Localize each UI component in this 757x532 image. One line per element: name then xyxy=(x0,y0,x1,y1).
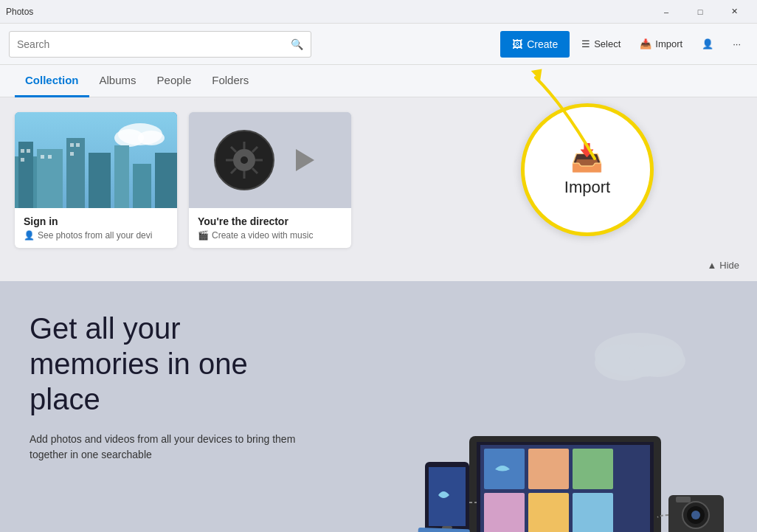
director-card-image xyxy=(189,112,351,208)
director-card-body: You're the director 🎬 Create a video wit… xyxy=(189,208,351,248)
director-card-title: You're the director xyxy=(198,215,342,227)
director-card-subtitle: 🎬 Create a video with music xyxy=(198,230,342,241)
promo-title: Get all your memories in one place xyxy=(30,311,310,417)
svg-point-3 xyxy=(138,131,165,145)
minimize-button[interactable]: – xyxy=(649,0,683,24)
svg-rect-10 xyxy=(133,164,151,208)
close-button[interactable]: ✕ xyxy=(717,0,751,24)
select-button[interactable]: ☰ Select xyxy=(574,31,628,58)
tab-folders[interactable]: Folders xyxy=(201,65,259,97)
app-title: Photos xyxy=(6,7,33,17)
svg-rect-16 xyxy=(48,155,52,159)
svg-rect-19 xyxy=(70,152,74,156)
search-box[interactable]: 🔍 xyxy=(9,31,311,58)
hide-label: Hide xyxy=(719,260,739,271)
svg-point-23 xyxy=(241,156,248,164)
signin-card-title: Sign in xyxy=(24,215,168,227)
tab-people[interactable]: People xyxy=(147,65,202,97)
tab-albums[interactable]: Albums xyxy=(89,65,147,97)
profile-icon: 👤 xyxy=(702,38,713,49)
more-button[interactable]: ··· xyxy=(725,31,748,58)
director-card[interactable]: You're the director 🎬 Create a video wit… xyxy=(189,112,351,248)
import-highlight-circle: 📥 Import xyxy=(521,103,654,236)
promo-section: Get all your memories in one place Add p… xyxy=(0,281,757,532)
create-label: Create xyxy=(527,38,558,50)
signin-card-body: Sign in 👤 See photos from all your devi xyxy=(15,208,177,248)
video-icon: 🎬 xyxy=(198,230,209,241)
hide-row: ▲ Hide xyxy=(15,257,742,274)
maximize-button[interactable]: □ xyxy=(683,0,717,24)
chevron-up-icon: ▲ xyxy=(707,260,716,271)
user-icon: 👤 xyxy=(24,230,35,241)
search-input[interactable] xyxy=(17,38,285,50)
more-icon: ··· xyxy=(733,38,741,49)
svg-rect-44 xyxy=(528,493,569,532)
promo-text: Get all your memories in one place Add p… xyxy=(30,311,310,463)
toolbar-right: 🖼 Create ☰ Select 📥 Import 👤 ··· xyxy=(500,31,748,58)
create-button[interactable]: 🖼 Create xyxy=(500,31,570,58)
svg-point-36 xyxy=(629,345,685,377)
svg-rect-42 xyxy=(573,449,613,489)
nav-tabs: Collection Albums People Folders xyxy=(0,65,757,97)
svg-rect-14 xyxy=(21,158,24,162)
select-icon: ☰ xyxy=(581,38,590,49)
svg-point-54 xyxy=(691,511,700,519)
svg-rect-18 xyxy=(76,143,80,147)
svg-rect-17 xyxy=(70,143,74,147)
svg-rect-55 xyxy=(676,497,691,502)
svg-rect-11 xyxy=(155,153,177,208)
title-bar-left: Photos xyxy=(6,7,33,17)
title-bar-controls: – □ ✕ xyxy=(649,0,751,24)
search-icon: 🔍 xyxy=(291,38,303,50)
promo-illustration xyxy=(381,318,735,532)
signin-card[interactable]: Sign in 👤 See photos from all your devi xyxy=(15,112,177,248)
select-label: Select xyxy=(594,38,621,49)
import-circle-content: 📥 Import xyxy=(564,142,610,197)
signin-card-subtitle: 👤 See photos from all your devi xyxy=(24,230,168,241)
svg-rect-45 xyxy=(573,493,613,532)
import-label: Import xyxy=(655,38,682,49)
promo-desc: Add photos and videos from all your devi… xyxy=(30,432,310,463)
import-circle-text: Import xyxy=(564,178,610,197)
svg-rect-12 xyxy=(21,149,24,153)
svg-rect-13 xyxy=(27,149,30,153)
svg-rect-43 xyxy=(484,493,525,532)
svg-rect-7 xyxy=(66,138,85,208)
import-circle-icon: 📥 xyxy=(570,142,604,173)
signin-card-image xyxy=(15,112,177,208)
svg-rect-8 xyxy=(89,153,111,208)
hide-button[interactable]: ▲ Hide xyxy=(707,260,739,271)
import-button[interactable]: 📥 Import xyxy=(632,31,690,58)
import-icon: 📥 xyxy=(640,38,651,49)
svg-rect-9 xyxy=(114,145,129,208)
profile-button[interactable]: 👤 xyxy=(694,31,721,58)
svg-rect-41 xyxy=(528,449,569,489)
tab-collection[interactable]: Collection xyxy=(15,65,89,97)
svg-rect-15 xyxy=(41,155,44,159)
toolbar: 🔍 🖼 Create ☰ Select 📥 Import 👤 ··· xyxy=(0,24,757,65)
title-bar: Photos – □ ✕ xyxy=(0,0,757,24)
create-icon: 🖼 xyxy=(512,38,522,50)
